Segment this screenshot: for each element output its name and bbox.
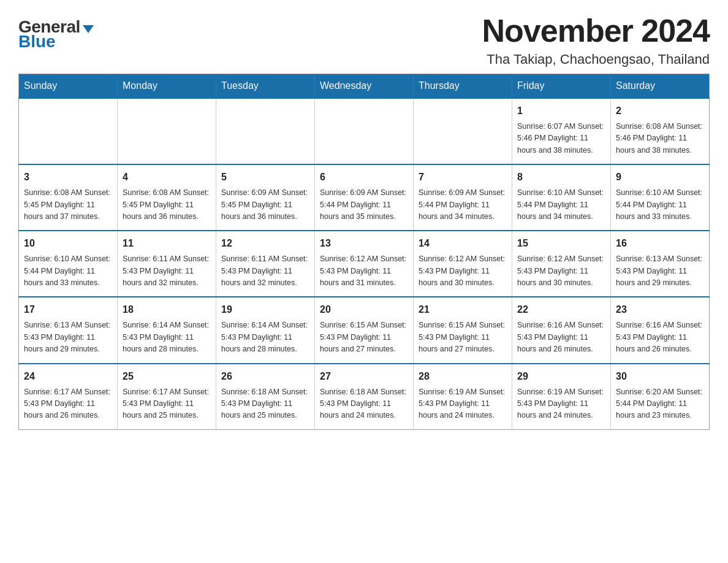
day-number: 23 [616, 302, 704, 317]
day-number: 5 [221, 170, 309, 185]
calendar-day-cell: 6Sunrise: 6:09 AM Sunset: 5:44 PM Daylig… [315, 164, 414, 231]
day-info: Sunrise: 6:08 AM Sunset: 5:45 PM Dayligh… [24, 187, 112, 223]
location-subtitle: Tha Takiap, Chachoengsao, Thailand [482, 52, 710, 67]
calendar-day-cell: 1Sunrise: 6:07 AM Sunset: 5:46 PM Daylig… [512, 98, 611, 164]
day-info: Sunrise: 6:19 AM Sunset: 5:43 PM Dayligh… [517, 386, 605, 422]
day-number: 15 [517, 236, 605, 251]
day-number: 3 [24, 170, 112, 185]
day-info: Sunrise: 6:14 AM Sunset: 5:43 PM Dayligh… [221, 320, 309, 355]
day-of-week-header: Wednesday [315, 74, 414, 99]
calendar-day-cell: 29Sunrise: 6:19 AM Sunset: 5:43 PM Dayli… [512, 364, 611, 430]
calendar-day-cell: 20Sunrise: 6:15 AM Sunset: 5:43 PM Dayli… [315, 297, 414, 363]
title-block: November 2024 Tha Takiap, Chachoengsao, … [482, 12, 710, 67]
calendar-week-row: 17Sunrise: 6:13 AM Sunset: 5:43 PM Dayli… [19, 297, 710, 363]
calendar-day-cell: 23Sunrise: 6:16 AM Sunset: 5:43 PM Dayli… [611, 297, 710, 363]
calendar-day-cell [19, 98, 118, 164]
calendar-day-cell [414, 98, 512, 164]
calendar-day-cell: 2Sunrise: 6:08 AM Sunset: 5:46 PM Daylig… [611, 98, 710, 164]
day-info: Sunrise: 6:08 AM Sunset: 5:46 PM Dayligh… [616, 121, 704, 156]
day-info: Sunrise: 6:16 AM Sunset: 5:43 PM Dayligh… [517, 320, 605, 355]
calendar-day-cell: 30Sunrise: 6:20 AM Sunset: 5:44 PM Dayli… [611, 364, 710, 430]
day-info: Sunrise: 6:17 AM Sunset: 5:43 PM Dayligh… [24, 386, 112, 422]
day-info: Sunrise: 6:18 AM Sunset: 5:43 PM Dayligh… [221, 386, 309, 422]
day-number: 24 [24, 369, 112, 384]
day-number: 14 [419, 236, 507, 251]
day-info: Sunrise: 6:12 AM Sunset: 5:43 PM Dayligh… [320, 253, 408, 289]
day-info: Sunrise: 6:19 AM Sunset: 5:43 PM Dayligh… [419, 386, 507, 422]
day-info: Sunrise: 6:13 AM Sunset: 5:43 PM Dayligh… [24, 320, 112, 355]
day-number: 2 [616, 104, 704, 118]
calendar-week-row: 10Sunrise: 6:10 AM Sunset: 5:44 PM Dayli… [19, 231, 710, 297]
day-info: Sunrise: 6:13 AM Sunset: 5:43 PM Dayligh… [616, 253, 704, 289]
calendar-day-cell: 17Sunrise: 6:13 AM Sunset: 5:43 PM Dayli… [19, 297, 118, 363]
day-number: 10 [24, 236, 112, 251]
day-of-week-header: Sunday [19, 74, 118, 99]
logo-triangle-icon [83, 25, 94, 33]
calendar-day-cell: 3Sunrise: 6:08 AM Sunset: 5:45 PM Daylig… [19, 164, 118, 231]
calendar-day-cell: 7Sunrise: 6:09 AM Sunset: 5:44 PM Daylig… [414, 164, 512, 231]
day-info: Sunrise: 6:10 AM Sunset: 5:44 PM Dayligh… [616, 187, 704, 223]
day-of-week-header: Monday [118, 74, 216, 99]
day-number: 16 [616, 236, 704, 251]
day-info: Sunrise: 6:10 AM Sunset: 5:44 PM Dayligh… [517, 187, 605, 223]
calendar-day-cell: 5Sunrise: 6:09 AM Sunset: 5:45 PM Daylig… [216, 164, 315, 231]
calendar-day-cell [315, 98, 414, 164]
calendar-day-cell: 26Sunrise: 6:18 AM Sunset: 5:43 PM Dayli… [216, 364, 315, 430]
day-info: Sunrise: 6:09 AM Sunset: 5:44 PM Dayligh… [419, 187, 507, 223]
day-of-week-header: Thursday [414, 74, 512, 99]
calendar-day-cell: 14Sunrise: 6:12 AM Sunset: 5:43 PM Dayli… [414, 231, 512, 297]
calendar-day-cell: 4Sunrise: 6:08 AM Sunset: 5:45 PM Daylig… [118, 164, 216, 231]
calendar-day-cell: 16Sunrise: 6:13 AM Sunset: 5:43 PM Dayli… [611, 231, 710, 297]
day-info: Sunrise: 6:09 AM Sunset: 5:45 PM Dayligh… [221, 187, 309, 223]
calendar-day-cell: 25Sunrise: 6:17 AM Sunset: 5:43 PM Dayli… [118, 364, 216, 430]
calendar-day-cell: 13Sunrise: 6:12 AM Sunset: 5:43 PM Dayli… [315, 231, 414, 297]
day-of-week-header: Saturday [611, 74, 710, 99]
calendar-day-cell: 12Sunrise: 6:11 AM Sunset: 5:43 PM Dayli… [216, 231, 315, 297]
day-number: 12 [221, 236, 309, 251]
calendar-day-cell: 10Sunrise: 6:10 AM Sunset: 5:44 PM Dayli… [19, 231, 118, 297]
day-number: 9 [616, 170, 704, 185]
calendar-day-cell: 28Sunrise: 6:19 AM Sunset: 5:43 PM Dayli… [414, 364, 512, 430]
day-number: 25 [123, 369, 211, 384]
day-info: Sunrise: 6:12 AM Sunset: 5:43 PM Dayligh… [517, 253, 605, 289]
day-number: 22 [517, 302, 605, 317]
day-info: Sunrise: 6:07 AM Sunset: 5:46 PM Dayligh… [517, 121, 605, 156]
day-number: 26 [221, 369, 309, 384]
calendar-day-cell: 9Sunrise: 6:10 AM Sunset: 5:44 PM Daylig… [611, 164, 710, 231]
calendar-day-cell: 22Sunrise: 6:16 AM Sunset: 5:43 PM Dayli… [512, 297, 611, 363]
day-info: Sunrise: 6:15 AM Sunset: 5:43 PM Dayligh… [320, 320, 408, 355]
day-info: Sunrise: 6:10 AM Sunset: 5:44 PM Dayligh… [24, 253, 112, 289]
day-number: 7 [419, 170, 507, 185]
calendar-week-row: 1Sunrise: 6:07 AM Sunset: 5:46 PM Daylig… [19, 98, 710, 164]
day-number: 4 [123, 170, 211, 185]
page-header: General Blue November 2024 Tha Takiap, C… [18, 12, 710, 67]
day-info: Sunrise: 6:17 AM Sunset: 5:43 PM Dayligh… [123, 386, 211, 422]
day-info: Sunrise: 6:14 AM Sunset: 5:43 PM Dayligh… [123, 320, 211, 355]
day-number: 29 [517, 369, 605, 384]
calendar-body: 1Sunrise: 6:07 AM Sunset: 5:46 PM Daylig… [19, 98, 710, 429]
day-number: 11 [123, 236, 211, 251]
calendar-header: SundayMondayTuesdayWednesdayThursdayFrid… [19, 74, 710, 99]
calendar-table: SundayMondayTuesdayWednesdayThursdayFrid… [18, 74, 710, 430]
logo-blue-text: Blue [18, 32, 56, 52]
day-number: 18 [123, 302, 211, 317]
calendar-day-cell: 11Sunrise: 6:11 AM Sunset: 5:43 PM Dayli… [118, 231, 216, 297]
day-info: Sunrise: 6:11 AM Sunset: 5:43 PM Dayligh… [221, 253, 309, 289]
logo: General Blue [18, 12, 94, 52]
calendar-week-row: 3Sunrise: 6:08 AM Sunset: 5:45 PM Daylig… [19, 164, 710, 231]
calendar-day-cell: 15Sunrise: 6:12 AM Sunset: 5:43 PM Dayli… [512, 231, 611, 297]
calendar-day-cell: 21Sunrise: 6:15 AM Sunset: 5:43 PM Dayli… [414, 297, 512, 363]
calendar-day-cell: 8Sunrise: 6:10 AM Sunset: 5:44 PM Daylig… [512, 164, 611, 231]
day-of-week-header: Tuesday [216, 74, 315, 99]
day-number: 28 [419, 369, 507, 384]
day-info: Sunrise: 6:20 AM Sunset: 5:44 PM Dayligh… [616, 386, 704, 422]
day-of-week-header: Friday [512, 74, 611, 99]
day-number: 19 [221, 302, 309, 317]
month-title: November 2024 [482, 12, 710, 49]
calendar-day-cell: 19Sunrise: 6:14 AM Sunset: 5:43 PM Dayli… [216, 297, 315, 363]
day-number: 1 [517, 104, 605, 118]
day-number: 17 [24, 302, 112, 317]
day-number: 30 [616, 369, 704, 384]
calendar-day-cell: 18Sunrise: 6:14 AM Sunset: 5:43 PM Dayli… [118, 297, 216, 363]
day-info: Sunrise: 6:18 AM Sunset: 5:43 PM Dayligh… [320, 386, 408, 422]
